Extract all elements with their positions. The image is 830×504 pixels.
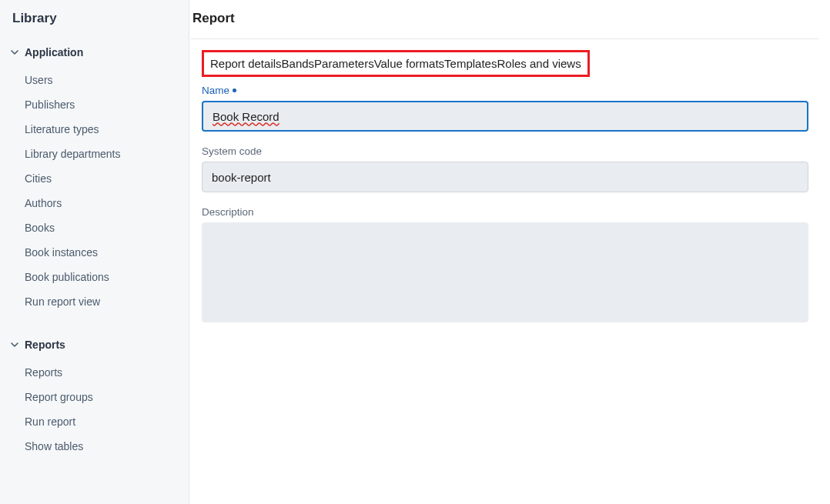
sidebar-items-application: Users Publishers Literature types Librar… [0,65,189,332]
sidebar-item-book-publications[interactable]: Book publications [0,265,189,289]
tab-value-formats[interactable]: Value formats [374,57,444,70]
section-header-reports[interactable]: Reports [0,332,189,357]
field-label-description: Description [202,206,808,218]
field-label-system-code: System code [202,145,808,157]
label-text: Name [202,85,229,96]
sidebar-item-library-departments[interactable]: Library departments [0,142,189,166]
tab-parameters[interactable]: Parameters [314,57,374,70]
tabs-highlight-box: Report detailsBandsParametersValue forma… [202,50,590,77]
section-label: Reports [25,339,65,351]
sidebar-item-report-groups[interactable]: Report groups [0,385,189,409]
sidebar-item-reports[interactable]: Reports [0,360,189,385]
field-description: Description [202,206,808,325]
sidebar-item-literature-types[interactable]: Literature types [0,117,189,142]
description-textarea[interactable] [202,222,808,322]
tab-roles-and-views[interactable]: Roles and views [497,57,581,70]
field-name: Name Book Record [202,85,808,132]
sidebar-item-authors[interactable]: Authors [0,191,189,215]
sidebar-item-users[interactable]: Users [0,68,189,92]
sidebar-item-run-report-view[interactable]: Run report view [0,289,189,314]
tab-bands[interactable]: Bands [282,57,315,70]
sidebar-item-run-report[interactable]: Run report [0,409,189,434]
sidebar-item-publishers[interactable]: Publishers [0,92,189,117]
tab-report-details[interactable]: Report details [210,57,282,70]
content: Report detailsBandsParametersValue forma… [191,50,819,325]
page-title: Report [191,11,819,39]
sidebar-item-cities[interactable]: Cities [0,166,189,191]
sidebar-item-book-instances[interactable]: Book instances [0,240,189,265]
sidebar-item-books[interactable]: Books [0,215,189,240]
sidebar-title: Library [0,11,189,40]
sidebar-items-reports: Reports Report groups Run report Show ta… [0,357,189,477]
main: Report Report detailsBandsParametersValu… [189,0,830,504]
field-label-name: Name [202,85,808,96]
required-indicator-icon [233,88,236,92]
section-header-application[interactable]: Application [0,40,189,65]
tab-templates[interactable]: Templates [444,57,497,70]
name-input[interactable]: Book Record [202,101,808,132]
system-code-input[interactable] [202,162,808,192]
chevron-down-icon [9,47,20,58]
chevron-down-icon [9,339,20,350]
section-label: Application [25,46,83,58]
sidebar: Library Application Users Publishers Lit… [0,0,189,504]
sidebar-item-show-tables[interactable]: Show tables [0,434,189,459]
field-system-code: System code [202,145,808,192]
name-input-value: Book Record [213,110,279,123]
